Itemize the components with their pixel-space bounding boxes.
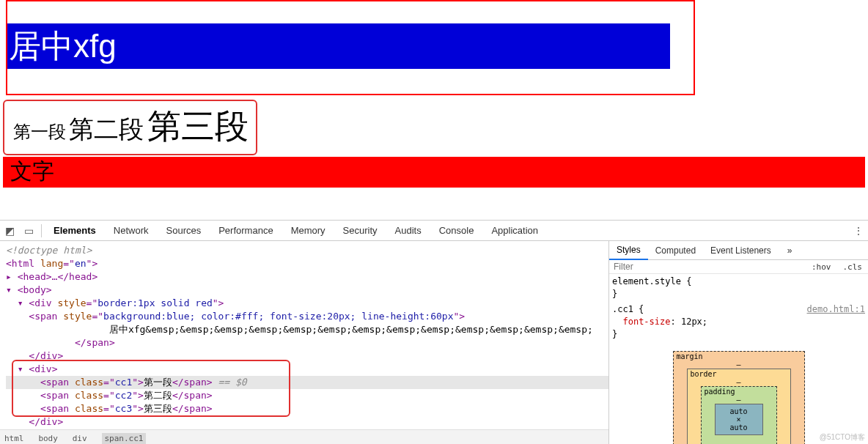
watermark: @51CTO博客 [820,432,865,443]
red-bar: 文字 [3,157,865,188]
styles-tabs: Styles Computed Event Listeners » [609,241,868,260]
dom-doctype: <!doctype html> [6,245,92,256]
red-outline-box: 居中xfg [6,0,695,95]
blue-centered-text: 居中xfg [7,23,670,69]
box-model: margin– border– padding– auto × auto [673,351,805,444]
styles-filter-input[interactable] [609,260,806,273]
style-rules[interactable]: element.style { } .cc1 {demo.html:1 font… [609,274,868,342]
p[interactable]: ▾ < [18,297,34,308]
p: < [6,258,12,269]
crumb-html[interactable]: html [4,434,24,443]
p: en [75,258,87,269]
p: background:blue; color:#fff; font-size:2… [103,311,453,322]
bm-dash: – [736,360,740,369]
p: div [34,297,51,308]
rule-cc1: .cc1 { [612,304,644,314]
inspect-icon[interactable]: ◩ [0,225,19,237]
bm-dash: – [736,396,740,404]
rendered-page: 居中xfg 第一段 第二段 第三段 文字 [0,0,868,188]
crumb-body[interactable]: body [38,434,58,443]
styles-tab-computed[interactable]: Computed [648,242,703,259]
p: style [52,297,87,308]
p: >…</ [46,271,69,282]
tab-network[interactable]: Network [105,221,158,240]
rule-cc1-src[interactable]: demo.html:1 [807,303,865,316]
tab-console[interactable]: Console [430,221,483,240]
p: =" [87,297,98,308]
p: "> [87,258,98,269]
p[interactable]: ▾ < [6,284,23,295]
p: style [57,311,92,322]
bm-padding-label: padding [705,388,735,396]
dom-text-blue: 居中xfg&emsp;&emsp;&emsp;&emsp;&emsp;&emsp… [109,324,593,335]
segment-1: 第一段 [13,122,66,141]
elements-tree[interactable]: <!doctype html> <html lang="en"> ▸ <head… [0,241,608,444]
cls-toggle[interactable]: .cls [837,262,869,272]
devtools-body: <!doctype html> <html lang="en"> ▸ <head… [0,241,868,444]
tab-memory[interactable]: Memory [282,221,334,240]
device-icon[interactable]: ▭ [19,225,38,237]
p: border:1px solid red [98,297,213,308]
rule-cc1-close: } [612,329,617,339]
segments-box: 第一段 第二段 第三段 [3,100,257,155]
p: "> [213,297,224,308]
rule-element-style: element.style { [612,276,691,286]
devtools-panel: ◩ ▭ Elements Network Sources Performance… [0,220,868,444]
tab-audits[interactable]: Audits [386,221,430,240]
styles-filter-row: :hov .cls [609,260,868,274]
tab-performance[interactable]: Performance [210,221,282,240]
p: =" [63,258,75,269]
tab-application[interactable]: Application [482,221,547,240]
p: > [92,271,98,282]
hov-toggle[interactable]: :hov [806,262,837,272]
p: head [23,271,45,282]
styles-tab-listeners[interactable]: Event Listeners [703,242,779,259]
p: < [29,311,34,322]
p: </div> [29,416,63,427]
p: html [12,258,34,269]
tab-elements[interactable]: Elements [45,221,105,240]
bm-border-label: border [691,370,717,378]
styles-tab-styles[interactable]: Styles [609,241,648,260]
crumb-current[interactable]: span.cc1 [102,433,147,444]
p[interactable]: ▸ < [6,271,23,282]
p: body [23,284,45,295]
devtools-toolbar: ◩ ▭ Elements Network Sources Performance… [0,221,868,241]
tab-security[interactable]: Security [334,221,386,240]
p: span [34,311,57,322]
bm-margin-label: margin [677,352,703,360]
rule-cc1-prop: font-size [622,317,670,327]
segment-3: 第三段 [147,107,249,145]
kebab-icon[interactable]: ⋮ [849,225,868,237]
segment-2: 第二段 [69,115,144,143]
breadcrumb[interactable]: html body div span.cc1 [0,429,608,444]
p: </span> [75,337,115,348]
bm-content: auto × auto [715,404,763,435]
annotation-highlight [12,360,290,417]
tab-sources[interactable]: Sources [158,221,210,240]
separator [41,224,42,237]
crumb-div[interactable]: div [73,434,87,443]
rule-cc1-val: 12px [681,317,702,327]
styles-tab-more[interactable]: » [780,242,800,259]
p: "> [454,311,466,322]
rule-element-close: } [612,289,617,299]
p: lang [34,258,63,269]
bm-dash: – [736,378,740,386]
p: > [46,284,52,295]
p: head [69,271,92,282]
styles-panel: Styles Computed Event Listeners » :hov .… [608,241,868,444]
p: =" [92,311,103,322]
